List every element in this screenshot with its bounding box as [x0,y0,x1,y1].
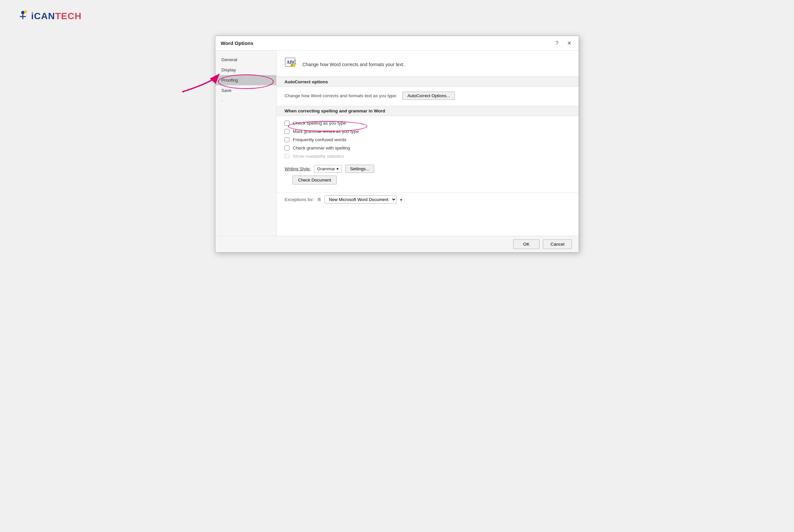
header-description: Change how Word corrects and formats you… [302,62,405,67]
dialog-body: General Display Proofing Save · [215,51,579,236]
dialog-footer: OK Cancel [215,236,579,252]
checkbox-row-mark-grammar: Mark grammar errors as you type [284,129,571,134]
sidebar-item-save[interactable]: Save [215,85,276,96]
dialog-wrapper: Word Options ? ✕ General Display Proofin… [6,36,788,253]
exceptions-row: Exceptions for: 🖹 New Microsoft Word Doc… [277,192,579,206]
logo-area: iCANTECH [6,6,788,22]
svg-text:✓: ✓ [291,63,293,67]
check-spelling-checkbox[interactable] [284,121,290,126]
sidebar: General Display Proofing Save · [215,51,277,236]
main-content: ABC ___ ✓ Change how Word corrects and f… [277,51,579,236]
spelling-section-header: When correcting spelling and grammar in … [277,106,579,116]
writing-style-label: Writing Style: [284,166,311,171]
autocorrect-section-body: Change how Word corrects and formats tex… [277,87,579,106]
writing-style-chevron: ▾ [336,166,339,171]
check-doc-container: Check Document [277,175,579,192]
autocorrect-label: Change how Word corrects and formats tex… [284,93,397,98]
sidebar-item-proofing[interactable]: Proofing [215,75,276,85]
logo-can: CAN [34,11,55,21]
mark-grammar-label: Mark grammar errors as you type [293,129,359,134]
content-header: ABC ___ ✓ Change how Word corrects and f… [277,51,579,77]
title-bar-controls: ? ✕ [553,39,573,47]
checkbox-row-readability: Show readability statistics [284,154,571,159]
exceptions-label: Exceptions for: [284,197,314,202]
logo-text: iCANTECH [31,11,82,21]
help-button[interactable]: ? [553,40,560,47]
checkbox-row-confused-words: Frequently confused words [284,137,571,142]
svg-point-0 [21,11,24,14]
exceptions-select[interactable]: New Microsoft Word Document [325,195,397,204]
checkbox-list: Check spelling as you type Mark grammar … [277,116,579,162]
confused-words-checkbox[interactable] [284,137,290,142]
settings-button[interactable]: Settings... [345,165,374,173]
sidebar-item-general[interactable]: General [215,55,276,65]
checkbox-row-check-spelling: Check spelling as you type [284,121,571,126]
writing-style-select[interactable]: Grammar ▾ [314,165,342,173]
checkbox-row-check-grammar: Check grammar with spelling [284,146,571,150]
exceptions-chevron: ▾ [400,197,402,202]
sidebar-item-more[interactable]: · [215,96,276,106]
mark-grammar-checkbox[interactable] [284,129,290,134]
check-grammar-label: Check grammar with spelling [293,146,350,150]
svg-point-3 [24,11,27,13]
autocorrect-section-header: AutoCorrect options [277,77,579,87]
pink-arrow [179,69,222,95]
check-spelling-label: Check spelling as you type [293,121,346,126]
abc-icon: ABC ___ ✓ [284,57,298,72]
dialog-title: Word Options [221,40,254,46]
svg-line-5 [27,11,27,11]
writing-style-row: Writing Style: Grammar ▾ Settings... [277,162,579,175]
svg-text:___: ___ [286,64,291,67]
cancel-button[interactable]: Cancel [543,240,572,249]
confused-words-label: Frequently confused words [293,137,346,142]
close-button[interactable]: ✕ [565,39,573,47]
autocorrect-options-button[interactable]: AutoCorrect Options... [402,92,455,100]
sidebar-item-display[interactable]: Display [215,65,276,75]
check-document-button[interactable]: Check Document [293,175,337,185]
title-bar: Word Options ? ✕ [215,36,579,51]
ok-button[interactable]: OK [513,240,540,249]
writing-style-value: Grammar [317,166,335,171]
logo-tech: TECH [55,11,81,21]
readability-label: Show readability statistics [293,154,344,159]
word-options-dialog: Word Options ? ✕ General Display Proofin… [215,36,579,253]
check-grammar-checkbox[interactable] [284,146,290,150]
readability-checkbox[interactable] [284,154,290,159]
autocorrect-row: Change how Word corrects and formats tex… [284,92,571,100]
exceptions-icon: 🖹 [317,197,321,202]
logo-i: i [31,11,34,21]
logo-icon [17,10,29,22]
